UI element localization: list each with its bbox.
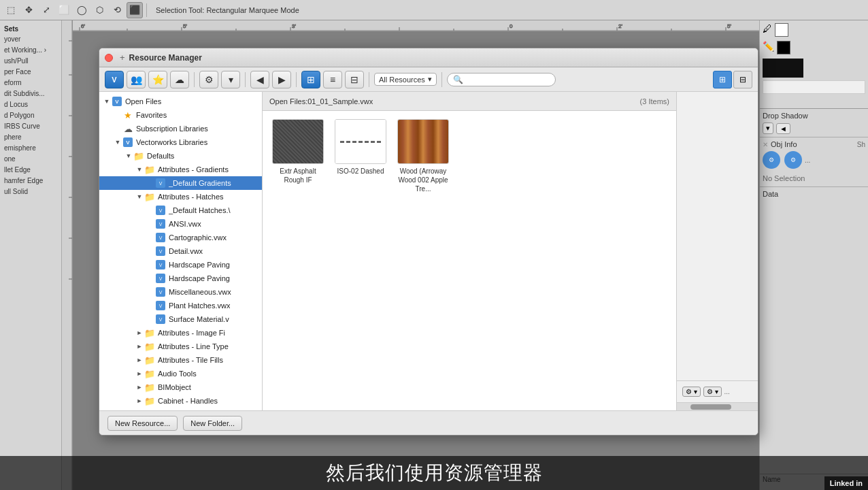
tool-working[interactable]: et Working... › bbox=[1, 45, 60, 55]
tool-8[interactable]: ⬛ bbox=[127, 2, 143, 18]
tool-eform[interactable]: eform bbox=[1, 78, 60, 88]
tree-default-gradients[interactable]: V _Default Gradients bbox=[99, 176, 262, 190]
tool-5[interactable]: ◯ bbox=[73, 2, 90, 18]
tree-toggle-hatches[interactable]: ▼ bbox=[135, 192, 144, 201]
rm-view-btn-1[interactable]: ⊞ bbox=[713, 71, 732, 88]
tree-toggle-audio[interactable]: ► bbox=[135, 369, 144, 378]
obj-info-btn-2[interactable]: ⚙ bbox=[784, 151, 802, 169]
tool-locus[interactable]: d Locus bbox=[1, 99, 60, 110]
obj-info-close[interactable]: ✕ bbox=[763, 141, 768, 148]
rm-close-button[interactable] bbox=[105, 54, 113, 62]
tree-hardscape2[interactable]: V Hardscape Paving bbox=[99, 272, 262, 285]
rm-item-wood[interactable]: Wood (Arroway Wood 002 Apple Tre... bbox=[396, 119, 450, 193]
tool-pushpull[interactable]: ush/Pull bbox=[1, 56, 60, 66]
tool-yover[interactable]: yover bbox=[1, 34, 60, 44]
rm-btn-list-view[interactable]: ≡ bbox=[323, 71, 342, 88]
obj-info-btn-1[interactable]: ⚙ bbox=[763, 151, 780, 169]
tree-surface[interactable]: V Surface Material.v bbox=[99, 312, 262, 326]
tree-toggle-bim[interactable]: ► bbox=[135, 382, 144, 392]
asphalt-texture bbox=[273, 120, 323, 163]
rm-scrollbar[interactable] bbox=[677, 402, 758, 410]
tree-toggle-openfiles[interactable]: ▼ bbox=[102, 97, 112, 106]
tree-toggle-defaults[interactable]: ▼ bbox=[124, 151, 133, 161]
tree-toggle-image[interactable]: ► bbox=[135, 328, 144, 338]
drop-shadow-dropdown-2[interactable]: ◄ bbox=[776, 123, 790, 134]
rm-item-iso[interactable]: ISO-02 Dashed bbox=[333, 119, 388, 193]
tool-3[interactable]: ⤢ bbox=[38, 2, 54, 18]
tool-perface[interactable]: per Face bbox=[1, 67, 60, 77]
tree-attr-image[interactable]: ► 📁 Attributes - Image Fi bbox=[99, 326, 262, 340]
tree-toggle-cabinet[interactable]: ► bbox=[135, 396, 144, 406]
rm-preview-dropdown-2[interactable]: ⚙ ▾ bbox=[703, 387, 722, 397]
tool-chamfer[interactable]: hamfer Edge bbox=[1, 176, 60, 186]
tree-default-hatches[interactable]: V _Default Hatches.\ bbox=[99, 203, 262, 217]
tool-7[interactable]: ⟲ bbox=[109, 2, 125, 18]
tree-vw-libraries[interactable]: ▼ V Vectorworks Libraries bbox=[99, 135, 262, 149]
tool-polygon[interactable]: d Polygon bbox=[1, 110, 60, 120]
tool-4[interactable]: ⬜ bbox=[56, 2, 72, 18]
obj-info-expand[interactable]: Sh bbox=[857, 141, 865, 148]
new-folder-button[interactable]: New Folder... bbox=[183, 416, 242, 431]
tree-defaults[interactable]: ▼ 📁 Defaults bbox=[99, 149, 262, 163]
rm-filter-dropdown[interactable]: All Resources ▾ bbox=[374, 73, 437, 86]
rm-btn-grid-view[interactable]: ⊞ bbox=[301, 71, 320, 88]
tool-hemisphere[interactable]: emisphere bbox=[1, 143, 60, 153]
rm-btn-forward[interactable]: ▶ bbox=[272, 71, 291, 88]
tree-open-files[interactable]: ▼ V Open Files bbox=[99, 95, 262, 108]
tree-attr-gradients[interactable]: ▼ 📁 Attributes - Gradients bbox=[99, 163, 262, 176]
fill-color-swatch[interactable] bbox=[775, 23, 788, 37]
folder-icon-line: 📁 bbox=[144, 342, 155, 352]
tool-2[interactable]: ✥ bbox=[20, 2, 37, 18]
rm-btn-vm[interactable]: V bbox=[105, 71, 124, 88]
tree-audio[interactable]: ► 📁 Audio Tools bbox=[99, 367, 262, 380]
rm-item-asphalt[interactable]: Extr Asphalt Rough IF bbox=[271, 119, 325, 193]
tool-solid[interactable]: ull Solid bbox=[1, 186, 60, 197]
rm-btn-back[interactable]: ◀ bbox=[250, 71, 269, 88]
rm-preview-dropdown-1[interactable]: ⚙ ▾ bbox=[682, 387, 701, 397]
attr-icon-1[interactable]: 🖊 bbox=[763, 23, 772, 37]
tree-icon-tile: 📁 bbox=[144, 355, 155, 365]
tree-attr-line[interactable]: ► 📁 Attributes - Line Type bbox=[99, 340, 262, 353]
tree-hardscape1[interactable]: V Hardscape Paving bbox=[99, 258, 262, 272]
tree-bimobject[interactable]: ► 📁 BIMobject bbox=[99, 380, 262, 394]
rm-btn-users[interactable]: 👥 bbox=[127, 71, 146, 88]
tree-cabinet[interactable]: ► 📁 Cabinet - Handles bbox=[99, 394, 262, 408]
tool-one[interactable]: one bbox=[1, 154, 60, 164]
tool-1[interactable]: ⬚ bbox=[3, 2, 19, 18]
rm-btn-settings[interactable]: ⚙ bbox=[199, 71, 218, 88]
tree-attr-tile[interactable]: ► 📁 Attributes - Tile Fills bbox=[99, 353, 262, 367]
stroke-color-swatch[interactable] bbox=[777, 41, 790, 54]
new-resource-button[interactable]: New Resource... bbox=[107, 416, 178, 431]
tree-attr-hatches[interactable]: ▼ 📁 Attributes - Hatches bbox=[99, 190, 262, 203]
tree-toggle-line[interactable]: ► bbox=[135, 342, 144, 351]
search-input[interactable] bbox=[466, 76, 550, 84]
tree-cartographic[interactable]: V Cartographic.vwx bbox=[99, 231, 262, 244]
folder-icon-cabinet: 📁 bbox=[144, 396, 155, 406]
tree-favorites[interactable]: ★ Favorites bbox=[99, 108, 262, 122]
drop-shadow-dropdown-1[interactable]: ▾ bbox=[763, 122, 773, 134]
tree-toggle-tile[interactable]: ► bbox=[135, 355, 144, 365]
tool-urbs[interactable]: IRBS Curve bbox=[1, 121, 60, 131]
rm-btn-cloud[interactable]: ☁ bbox=[170, 71, 189, 88]
tool-6[interactable]: ⬡ bbox=[91, 2, 107, 18]
tree-toggle-gradients[interactable]: ▼ bbox=[135, 165, 144, 174]
attr-icon-2[interactable]: ✏️ bbox=[763, 41, 774, 54]
tool-fillet[interactable]: llet Edge bbox=[1, 165, 60, 175]
tree-subscription[interactable]: ☁ Subscription Libraries bbox=[99, 122, 262, 135]
tree-toggle-vwlibs[interactable]: ▼ bbox=[113, 137, 122, 147]
rm-btn-chevron-down[interactable]: ▾ bbox=[221, 71, 240, 88]
tree-misc[interactable]: V Miscellaneous.vwx bbox=[99, 285, 262, 299]
rm-search-box[interactable]: 🔍 bbox=[447, 73, 556, 86]
rm-add-icon[interactable]: + bbox=[120, 52, 125, 63]
subtitle-bar: 然后我们使用资源管理器 bbox=[0, 456, 868, 490]
tool-sphere[interactable]: phere bbox=[1, 132, 60, 142]
tree-plant[interactable]: V Plant Hatches.vwx bbox=[99, 299, 262, 312]
tree-detail[interactable]: V Detail.vwx bbox=[99, 244, 262, 258]
tree-icon-openfiles: V bbox=[112, 96, 122, 107]
rm-btn-star[interactable]: ⭐ bbox=[148, 71, 167, 88]
tree-ansi[interactable]: V ANSI.vwx bbox=[99, 217, 262, 231]
tool-subdivis[interactable]: dit Subdivis... bbox=[1, 88, 60, 99]
rm-view-btn-2[interactable]: ⊟ bbox=[733, 71, 752, 88]
rm-btn-detail-view[interactable]: ⊟ bbox=[345, 71, 364, 88]
rm-scrollbar-thumb bbox=[690, 404, 731, 410]
